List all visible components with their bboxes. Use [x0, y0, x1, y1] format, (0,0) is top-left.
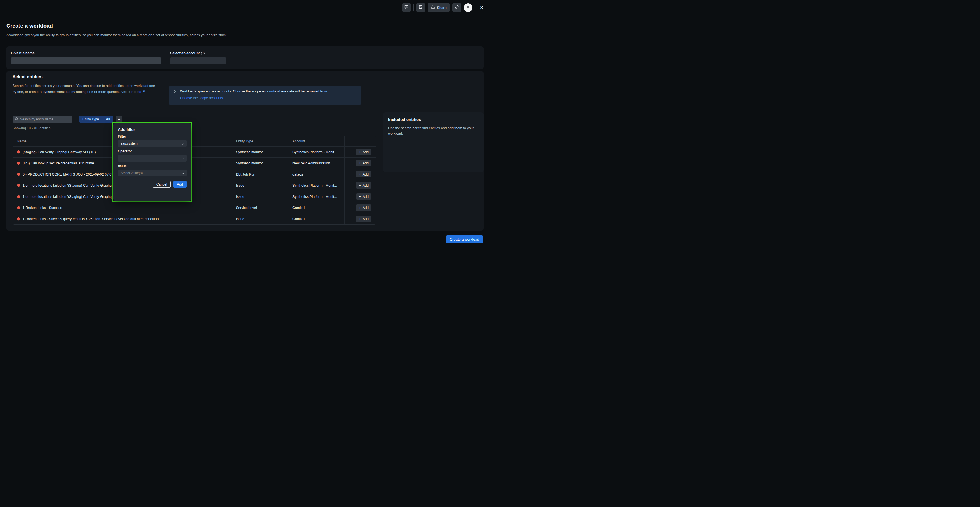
filter-select[interactable]: sap.system: [118, 140, 187, 147]
table-row: (Staging) Can Verify Graphql Gateway API…: [13, 146, 376, 157]
table-header-row: Name Entity Type Account: [13, 136, 376, 146]
add-button-label: Add: [363, 184, 369, 188]
ai-sparkle-icon: [466, 5, 471, 11]
entity-hexagon-icon: [17, 151, 20, 154]
add-filter-popup: Add filter Filter sap.system Operator = …: [113, 123, 191, 200]
entity-name: (Staging) Can Verify Graphql Gateway API…: [22, 150, 96, 154]
entity-hexagon-icon: [17, 206, 20, 210]
table-row: 1 or more locations failed on '(Staging)…: [13, 180, 376, 191]
name-field-group: Give it a name: [11, 51, 161, 64]
entity-type-cell: Synthetic monitor: [231, 158, 288, 168]
feedback-icon: [404, 5, 409, 10]
page-title: Create a workload: [6, 23, 53, 29]
search-icon: [15, 117, 18, 122]
entity-search-input[interactable]: [20, 117, 70, 121]
entity-account-cell: Camilo1: [288, 202, 344, 213]
entity-name: 1 or more locations failed on '(Staging)…: [22, 184, 112, 188]
included-entities-heading: Included entities: [388, 117, 479, 122]
entity-account-cell: Synthetics Platform - Monit...: [288, 180, 344, 191]
value-select[interactable]: Select value(s): [118, 170, 187, 176]
share-upload-icon: [431, 5, 435, 10]
account-field-group: Select an account i: [170, 51, 226, 64]
workload-details-panel: Give it a name Select an account i: [6, 46, 484, 69]
add-button-label: Add: [363, 150, 369, 154]
add-entity-button[interactable]: +Add: [356, 216, 371, 222]
entity-type-cell: Service Level: [231, 202, 288, 213]
column-header-entity-type: Entity Type: [231, 136, 288, 146]
info-icon: i: [174, 90, 177, 93]
entity-type-cell: Issue: [231, 191, 288, 202]
plus-icon: +: [359, 150, 361, 154]
copy-link-button[interactable]: [452, 3, 461, 12]
entity-name: (US) Can lookup secure credentials at ru…: [22, 161, 94, 165]
add-entity-button[interactable]: +Add: [356, 193, 371, 200]
entity-name: 1-Broken Links - Success: [22, 206, 62, 210]
page-subtitle: A workload gives you the ability to grou…: [6, 33, 228, 37]
close-button[interactable]: ✕: [478, 4, 485, 11]
operator-label: Operator: [118, 149, 187, 153]
see-our-docs-link[interactable]: See our docs: [121, 90, 141, 94]
add-filter-button[interactable]: +: [116, 116, 122, 122]
filter-select-value: sap.system: [121, 141, 138, 145]
entity-type-filter-chip[interactable]: Entity Type = All: [80, 116, 113, 122]
ai-assistant-button[interactable]: [464, 3, 473, 12]
scope-accounts-info-text: Workloads span across accounts. Choose t…: [180, 89, 328, 93]
account-select-input[interactable]: [170, 57, 226, 64]
results-summary: Showing 105810 entities: [13, 126, 51, 130]
table-row: 1-Broken Links - Success query result is…: [13, 213, 376, 224]
filter-label: Filter: [118, 135, 187, 138]
entity-name: 0 - PRODUCTION CORE MARTS JOB - 2025-09-…: [22, 172, 113, 176]
table-row: 1 or more locations failed on '(Staging)…: [13, 191, 376, 202]
cancel-button[interactable]: Cancel: [153, 181, 171, 188]
add-entity-button[interactable]: +Add: [356, 171, 371, 178]
chip-operator: =: [102, 117, 103, 121]
feedback-button[interactable]: [402, 3, 411, 12]
entity-hexagon-icon: [17, 173, 20, 176]
close-icon: ✕: [480, 5, 484, 11]
entity-actions-cell: +Add: [344, 146, 376, 157]
table-row: 0 - PRODUCTION CORE MARTS JOB - 2025-09-…: [13, 168, 376, 180]
entity-actions-cell: +Add: [344, 158, 376, 168]
plus-icon: +: [359, 217, 361, 221]
select-entities-heading: Select entities: [13, 75, 43, 79]
entity-hexagon-icon: [17, 195, 20, 198]
plus-icon: +: [359, 183, 361, 188]
entity-search-box[interactable]: [13, 116, 72, 122]
create-workload-page: Share ✕ Create a workload A workload giv…: [0, 0, 490, 253]
notes-button[interactable]: [416, 3, 425, 12]
entity-hexagon-icon: [17, 217, 20, 221]
entity-type-cell: Dbt Job Run: [231, 169, 288, 180]
plus-icon: +: [359, 161, 361, 165]
entity-actions-cell: +Add: [344, 213, 376, 224]
chevron-down-icon: [181, 172, 185, 174]
share-button-label: Share: [437, 6, 447, 10]
entity-name-cell: 1-Broken Links - Success: [13, 202, 231, 213]
add-entity-button[interactable]: +Add: [356, 205, 371, 211]
choose-scope-accounts-link[interactable]: Choose the scope accounts: [180, 96, 223, 100]
entity-account-cell: Camilo1: [288, 213, 344, 224]
column-header-account: Account: [288, 136, 344, 146]
operator-select-value: =: [121, 156, 123, 160]
chip-field: Entity Type: [83, 117, 99, 121]
notes-edit-icon: [418, 5, 423, 10]
operator-select[interactable]: =: [118, 155, 187, 162]
value-label: Value: [118, 164, 187, 168]
entity-name-cell: 1-Broken Links - Success query result is…: [13, 213, 231, 224]
add-entity-button[interactable]: +Add: [356, 160, 371, 166]
share-button[interactable]: Share: [428, 3, 450, 12]
entity-hexagon-icon: [17, 162, 20, 165]
popup-add-button[interactable]: Add: [173, 181, 187, 188]
plus-icon: +: [359, 172, 361, 176]
copy-link-icon: [455, 5, 459, 10]
chevron-down-icon: [181, 142, 185, 145]
top-toolbar: Share ✕: [402, 3, 485, 12]
add-entity-button[interactable]: +Add: [356, 149, 371, 155]
create-workload-button[interactable]: Create a workload: [446, 235, 483, 243]
add-button-label: Add: [363, 172, 369, 176]
name-field-label: Give it a name: [11, 51, 161, 55]
plus-icon: +: [118, 117, 120, 121]
workload-name-input[interactable]: [11, 57, 161, 64]
account-info-icon[interactable]: i: [201, 51, 205, 55]
scope-accounts-info-box: i Workloads span across accounts. Choose…: [169, 86, 361, 105]
add-entity-button[interactable]: +Add: [356, 182, 371, 189]
